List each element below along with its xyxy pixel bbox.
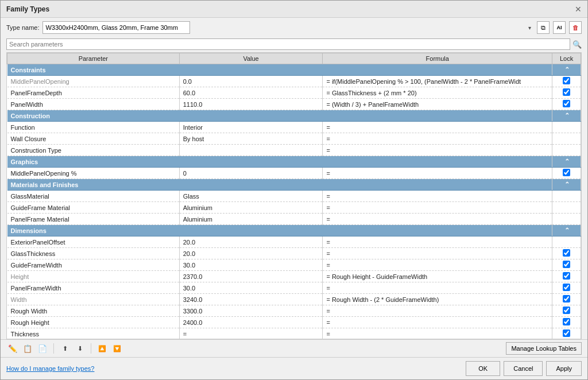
param-value[interactable]: 0 bbox=[179, 168, 323, 179]
param-lock-cell bbox=[552, 259, 581, 271]
param-value[interactable]: 30.0 bbox=[179, 282, 323, 294]
param-value[interactable]: Aluminium bbox=[179, 214, 323, 225]
manage-lookup-button[interactable]: Manage Lookup Tables bbox=[506, 342, 582, 355]
param-value[interactable]: 20.0 bbox=[179, 248, 323, 259]
param-value[interactable]: By host bbox=[179, 133, 323, 145]
move-down-button[interactable]: ⬇ bbox=[74, 342, 86, 355]
search-button[interactable]: 🔍 bbox=[572, 40, 582, 49]
param-value[interactable]: Interior bbox=[179, 122, 323, 133]
param-formula[interactable]: = if(MiddlePanelOpening % > 100, (PanelW… bbox=[323, 76, 552, 87]
param-formula[interactable]: = bbox=[323, 328, 552, 340]
section-collapse-icon[interactable]: ⌃ bbox=[552, 110, 581, 122]
param-name: Height bbox=[7, 271, 180, 282]
param-lock-cell bbox=[552, 133, 581, 145]
ai-button[interactable]: AI bbox=[553, 21, 566, 34]
param-formula[interactable]: = bbox=[323, 122, 552, 133]
param-lock-cell bbox=[552, 122, 581, 133]
param-formula[interactable]: = Rough Width - (2 * GuideFrameWidth) bbox=[323, 294, 552, 305]
param-formula[interactable]: = bbox=[323, 145, 552, 156]
section-collapse-icon[interactable]: ⌃ bbox=[552, 64, 581, 76]
dialog-title: Family Types bbox=[6, 5, 49, 13]
section-header: Materials and Finishes ⌃ bbox=[7, 179, 581, 191]
param-value[interactable]: 3300.0 bbox=[179, 305, 323, 317]
param-formula[interactable]: = (Width / 3) + PanelFrameWidth bbox=[323, 99, 552, 110]
param-formula[interactable]: = bbox=[323, 133, 552, 145]
param-lock-cell bbox=[552, 305, 581, 317]
param-formula[interactable]: = bbox=[323, 259, 552, 271]
lock-checkbox[interactable] bbox=[563, 100, 570, 107]
type-name-select[interactable]: W3300xH2400mm, Glass 20mm, Frame 30mm bbox=[42, 21, 190, 34]
param-formula[interactable]: = bbox=[323, 282, 552, 294]
load-parameter-button[interactable]: 📄 bbox=[36, 342, 49, 355]
search-input[interactable] bbox=[6, 38, 570, 50]
new-parameter-button[interactable]: 📋 bbox=[21, 342, 34, 355]
footer-buttons: OK Cancel Apply bbox=[466, 361, 582, 376]
help-link[interactable]: How do I manage family types? bbox=[6, 365, 94, 372]
table-row: PanelFrameWidth 30.0 = bbox=[7, 282, 581, 294]
param-name: PanelFrameDepth bbox=[7, 87, 180, 99]
param-lock-cell bbox=[552, 145, 581, 156]
param-value[interactable]: 30.0 bbox=[179, 259, 323, 271]
lock-checkbox[interactable] bbox=[563, 318, 570, 325]
param-formula[interactable]: = bbox=[323, 305, 552, 317]
param-name: MiddlePanelOpening % bbox=[7, 168, 180, 179]
lock-checkbox[interactable] bbox=[563, 88, 570, 96]
close-button[interactable]: ✕ bbox=[575, 5, 582, 13]
param-formula[interactable]: = bbox=[323, 248, 552, 259]
param-value[interactable]: = bbox=[179, 328, 323, 340]
parameters-table: Parameter Value Formula Lock Constraints… bbox=[7, 53, 581, 339]
parameters-table-area: Parameter Value Formula Lock Constraints… bbox=[6, 52, 582, 339]
table-row: Width 3240.0 = Rough Width - (2 * GuideF… bbox=[7, 294, 581, 305]
lock-checkbox[interactable] bbox=[563, 329, 570, 337]
param-value[interactable]: 2400.0 bbox=[179, 317, 323, 328]
param-name: Wall Closure bbox=[7, 133, 180, 145]
cancel-button[interactable]: Cancel bbox=[504, 361, 543, 376]
delete-type-button[interactable]: 🗑 bbox=[569, 21, 582, 34]
type-name-label: Type name: bbox=[6, 24, 39, 31]
param-value[interactable]: Glass bbox=[179, 191, 323, 202]
lock-checkbox[interactable] bbox=[563, 169, 570, 176]
param-formula[interactable]: = bbox=[323, 168, 552, 179]
param-value[interactable]: Aluminium bbox=[179, 202, 323, 214]
lock-checkbox[interactable] bbox=[563, 307, 570, 314]
apply-button[interactable]: Apply bbox=[546, 361, 582, 376]
param-value[interactable]: 60.0 bbox=[179, 87, 323, 99]
edit-parameter-button[interactable]: ✏️ bbox=[6, 342, 19, 355]
param-formula[interactable]: = bbox=[323, 202, 552, 214]
section-header: Construction ⌃ bbox=[7, 110, 581, 122]
lock-checkbox[interactable] bbox=[563, 272, 570, 280]
sort-az-button[interactable]: 🔼 bbox=[96, 342, 109, 355]
param-value[interactable]: 1110.0 bbox=[179, 99, 323, 110]
param-formula[interactable]: = bbox=[323, 317, 552, 328]
param-value[interactable]: 3240.0 bbox=[179, 294, 323, 305]
table-row: GlassMaterial Glass = bbox=[7, 191, 581, 202]
param-value[interactable] bbox=[179, 145, 323, 156]
section-collapse-icon[interactable]: ⌃ bbox=[552, 179, 581, 191]
param-formula[interactable]: = bbox=[323, 214, 552, 225]
lock-checkbox[interactable] bbox=[563, 295, 570, 303]
param-formula[interactable]: = Rough Height - GuideFrameWidth bbox=[323, 271, 552, 282]
param-value[interactable]: 2370.0 bbox=[179, 271, 323, 282]
param-name: Thickness bbox=[7, 328, 180, 340]
sort-za-button[interactable]: 🔽 bbox=[111, 342, 123, 355]
param-formula[interactable]: = bbox=[323, 191, 552, 202]
param-formula[interactable]: = GlassThickness + (2 mm * 20) bbox=[323, 87, 552, 99]
section-collapse-icon[interactable]: ⌃ bbox=[552, 156, 581, 168]
lock-checkbox[interactable] bbox=[563, 284, 570, 291]
ok-button[interactable]: OK bbox=[466, 361, 500, 376]
col-formula: Formula bbox=[323, 53, 552, 64]
param-value[interactable]: 0.0 bbox=[179, 76, 323, 87]
move-up-button[interactable]: ⬆ bbox=[59, 342, 71, 355]
param-lock-cell bbox=[552, 87, 581, 99]
param-name: GuideFrame Material bbox=[7, 202, 180, 214]
section-label: Materials and Finishes bbox=[7, 179, 552, 191]
lock-checkbox[interactable] bbox=[563, 249, 570, 257]
section-collapse-icon[interactable]: ⌃ bbox=[552, 225, 581, 236]
lock-checkbox[interactable] bbox=[563, 77, 570, 84]
param-name: ExteriorPanelOffset bbox=[7, 236, 180, 248]
param-formula[interactable]: = bbox=[323, 236, 552, 248]
duplicate-type-button[interactable]: ⧉ bbox=[537, 21, 550, 34]
param-lock-cell bbox=[552, 191, 581, 202]
param-value[interactable]: 20.0 bbox=[179, 236, 323, 248]
lock-checkbox[interactable] bbox=[563, 261, 570, 268]
